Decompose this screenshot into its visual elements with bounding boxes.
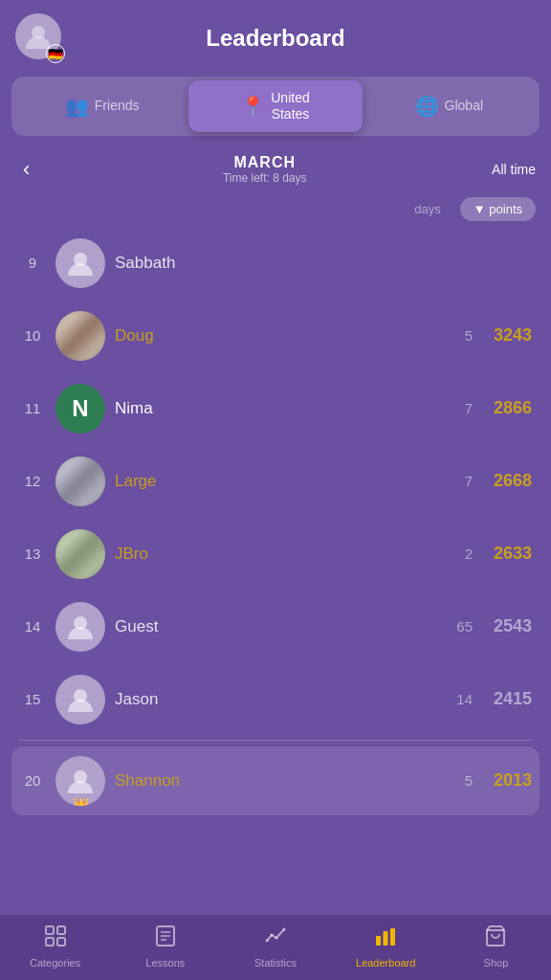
month-time-left: Time left: 8 days — [37, 171, 492, 185]
avatar-jbro — [55, 529, 105, 579]
rank-14: 14 — [19, 618, 46, 635]
svg-point-14 — [271, 934, 274, 937]
table-row: 12 Large 7 2668 — [11, 447, 540, 516]
nav-statistics-label: Statistics — [254, 957, 297, 969]
nav-statistics[interactable]: Statistics — [220, 915, 330, 980]
svg-rect-19 — [390, 928, 395, 946]
tab-friends[interactable]: 👥 Friends — [15, 80, 188, 132]
name-jason: Jason — [115, 690, 442, 709]
table-row: 10 Doug 5 3243 — [11, 301, 540, 370]
lessons-icon — [154, 924, 177, 953]
avatar-shannon: 👑 — [55, 756, 105, 806]
bottom-nav: Categories Lessons Statistics — [0, 914, 551, 980]
user-avatar[interactable]: 🇩🇪 — [15, 13, 65, 63]
list-divider — [19, 740, 532, 741]
name-doug: Doug — [115, 326, 442, 345]
days-doug: 5 — [442, 327, 473, 344]
points-nima: 2866 — [484, 398, 532, 418]
tab-global-label: Global — [445, 98, 483, 114]
nav-shop[interactable]: Shop — [441, 915, 551, 980]
avatar-doug — [55, 311, 105, 361]
svg-rect-17 — [376, 936, 381, 946]
name-sabbath: Sabbath — [115, 254, 442, 273]
nav-lessons[interactable]: Lessons — [110, 915, 220, 980]
svg-rect-5 — [46, 926, 54, 934]
points-shannon: 2013 — [484, 770, 532, 791]
svg-rect-18 — [384, 931, 388, 946]
svg-point-16 — [283, 928, 286, 931]
table-row: 15 Jason 14 2415 — [11, 665, 540, 734]
days-jason: 14 — [442, 691, 473, 707]
avatar-sabbath — [55, 238, 105, 288]
page-title: Leaderboard — [65, 25, 486, 52]
nav-leaderboard-label: Leaderboard — [356, 957, 415, 969]
avatar-nima: N — [55, 384, 105, 434]
points-guest: 2543 — [484, 616, 532, 636]
svg-point-13 — [266, 940, 269, 943]
sort-points-button[interactable]: ▼ points — [460, 197, 536, 221]
rank-10: 10 — [19, 327, 46, 344]
avatar-guest — [55, 602, 105, 652]
nav-shop-label: Shop — [484, 957, 509, 969]
flag-icon: 🇩🇪 — [46, 44, 65, 63]
avatar-jason — [55, 675, 105, 724]
table-row-current-user: 20 👑 Shannon 5 2013 — [11, 746, 540, 815]
name-shannon: Shannon — [115, 771, 442, 791]
svg-rect-8 — [57, 938, 65, 946]
table-row: 11 N Nima 7 2866 — [11, 374, 540, 443]
points-jbro: 2633 — [484, 544, 532, 564]
globe-icon: 🌐 — [415, 95, 439, 118]
points-jason: 2415 — [484, 689, 532, 709]
days-jbro: 2 — [442, 546, 473, 562]
friends-icon: 👥 — [65, 95, 89, 118]
name-nima: Nima — [115, 399, 442, 418]
avatar-large — [55, 457, 105, 506]
leaderboard-icon — [374, 924, 397, 953]
points-large: 2668 — [484, 471, 532, 491]
tab-us-label: UnitedStates — [271, 90, 309, 122]
days-shannon: 5 — [442, 772, 473, 789]
tab-united-states[interactable]: 📍 UnitedStates — [188, 80, 362, 132]
nav-categories-label: Categories — [30, 957, 80, 969]
svg-rect-7 — [46, 938, 54, 946]
rank-12: 12 — [19, 473, 46, 489]
nav-lessons-label: Lessons — [145, 957, 185, 969]
rank-11: 11 — [19, 400, 46, 416]
leaderboard-list: 9 Sabbath 10 Doug 5 3243 11 N Nima 7 286… — [0, 229, 551, 815]
rank-13: 13 — [19, 546, 46, 562]
tab-global[interactable]: 🌐 Global — [363, 80, 536, 132]
table-row: 14 Guest 65 2543 — [11, 592, 540, 661]
location-icon: 📍 — [241, 95, 265, 118]
name-large: Large — [115, 472, 442, 491]
rank-9: 9 — [19, 255, 46, 271]
rank-15: 15 — [19, 691, 46, 707]
statistics-icon — [264, 924, 287, 953]
rank-20: 20 — [19, 772, 46, 789]
header: 🇩🇪 Leaderboard — [0, 0, 551, 73]
nav-leaderboard[interactable]: Leaderboard — [331, 915, 441, 980]
svg-rect-6 — [57, 926, 65, 934]
days-guest: 65 — [442, 618, 473, 635]
nav-categories[interactable]: Categories — [0, 915, 110, 980]
name-guest: Guest — [115, 617, 442, 636]
sort-bar: days ▼ points — [0, 197, 551, 229]
crown-icon: 👑 — [73, 796, 89, 806]
tab-bar: 👥 Friends 📍 UnitedStates 🌐 Global — [11, 77, 540, 136]
points-doug: 3243 — [484, 325, 532, 345]
month-info: MARCH Time left: 8 days — [37, 154, 492, 185]
name-jbro: JBro — [115, 545, 442, 564]
sort-days-button[interactable]: days — [401, 197, 453, 221]
month-name: MARCH — [37, 154, 492, 171]
month-back-button[interactable]: ‹ — [15, 153, 37, 186]
days-nima: 7 — [442, 400, 473, 416]
days-large: 7 — [442, 473, 473, 489]
all-time-button[interactable]: All time — [492, 162, 536, 177]
categories-icon — [44, 924, 67, 953]
svg-point-15 — [276, 937, 278, 940]
shop-icon — [484, 924, 507, 953]
table-row: 9 Sabbath — [11, 229, 540, 298]
table-row: 13 JBro 2 2633 — [11, 520, 540, 589]
month-bar: ‹ MARCH Time left: 8 days All time — [0, 142, 551, 197]
tab-friends-label: Friends — [95, 98, 140, 114]
